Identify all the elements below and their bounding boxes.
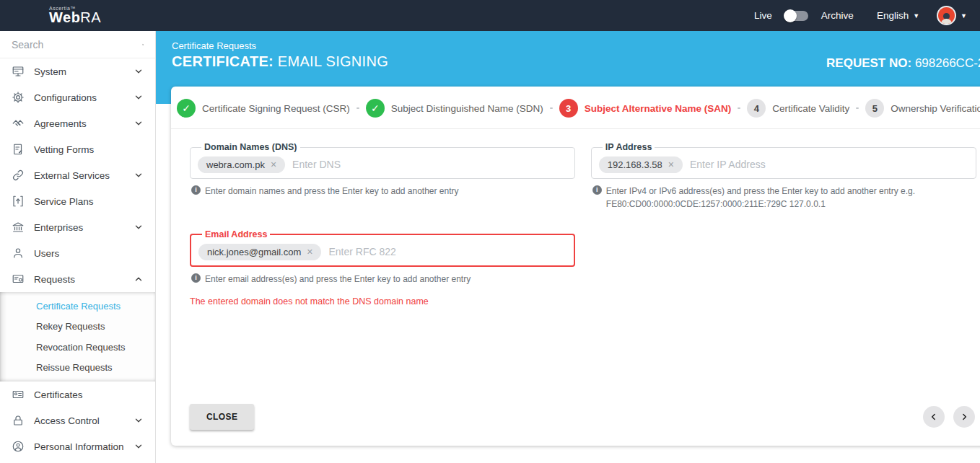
dns-fieldset[interactable]: Domain Names (DNS) webra.com.pk× <box>190 142 575 179</box>
previous-step-button[interactable] <box>923 406 945 428</box>
wizard-card: ✓ Certificate Signing Request (CSR) ✓ Su… <box>171 87 980 446</box>
info-icon: i <box>191 273 201 283</box>
sidebar-search[interactable] <box>0 31 155 58</box>
chip-value: webra.com.pk <box>206 159 265 170</box>
dns-helper: i Enter domain names and press the Enter… <box>191 185 575 198</box>
info-icon: i <box>191 185 201 195</box>
sidebar-item-users[interactable]: Users <box>0 240 155 266</box>
step-label: Subject Alternative Name (SAN) <box>585 103 732 114</box>
check-icon: ✓ <box>177 99 196 118</box>
san-form: Domain Names (DNS) webra.com.pk× i Enter… <box>171 129 980 307</box>
step-sdn[interactable]: ✓ Subject Distinguished Name (SDN) <box>366 99 543 118</box>
submenu-label: Rekey Requests <box>36 321 105 332</box>
step-separator <box>856 107 859 109</box>
lock-icon <box>12 414 25 427</box>
ip-field-group: IP Address 192.168.3.58× i Enter IPv4 or… <box>591 142 976 211</box>
step-separator <box>550 107 553 109</box>
sidebar-item-access-control[interactable]: Access Control <box>0 407 155 433</box>
chevron-up-icon <box>134 274 144 284</box>
person-circle-icon <box>12 440 25 453</box>
sidebar-item-external-services[interactable]: External Services <box>0 162 155 188</box>
sidebar-item-service-plans[interactable]: Service Plans <box>0 188 155 214</box>
handshake-icon <box>12 117 25 130</box>
ip-helper: i Enter IPv4 or IPv6 address(es) and pre… <box>592 185 976 211</box>
submenu-item-reissue-requests[interactable]: Reissue Requests <box>0 358 155 379</box>
request-card-icon <box>12 273 25 286</box>
close-button[interactable]: CLOSE <box>190 404 254 430</box>
sidebar-item-enterprises[interactable]: Enterprises <box>0 214 155 240</box>
helper-text: Enter IPv4 or IPv6 address(es) and press… <box>606 185 953 211</box>
link-icon <box>12 169 25 182</box>
email-input[interactable] <box>324 243 566 260</box>
ip-input[interactable] <box>686 156 968 173</box>
ip-fieldset[interactable]: IP Address 192.168.3.58× <box>591 142 976 179</box>
email-fieldset[interactable]: Email Address nick.jones@gmail.com× <box>190 229 575 267</box>
step-label: Subject Distinguished Name (SDN) <box>391 103 543 114</box>
search-input[interactable] <box>12 39 142 50</box>
ip-chip[interactable]: 192.168.3.58× <box>599 156 683 173</box>
breadcrumb: Certificate Requests <box>172 40 388 51</box>
toggle-knob[interactable] <box>784 9 797 22</box>
sidebar-item-label: Personal Information <box>34 441 124 452</box>
step-number: 4 <box>747 99 766 118</box>
submenu-label: Revocation Requests <box>36 342 126 353</box>
sidebar-item-label: Configurations <box>34 92 97 103</box>
sidebar-item-system[interactable]: System <box>0 58 155 84</box>
sidebar-item-label: Users <box>34 248 59 259</box>
email-helper: i Enter email address(es) and press the … <box>191 273 575 286</box>
step-csr[interactable]: ✓ Certificate Signing Request (CSR) <box>177 99 350 118</box>
submenu-item-rekey-requests[interactable]: Rekey Requests <box>0 317 155 338</box>
sidebar-item-agreements[interactable]: Agreements <box>0 110 155 136</box>
sidebar-item-certificates[interactable]: Certificates <box>0 382 155 407</box>
sidebar-item-personal-information[interactable]: Personal Information <box>0 433 155 459</box>
next-step-button[interactable] <box>953 406 975 428</box>
step-separator <box>738 107 740 109</box>
sidebar-item-label: Requests <box>34 274 75 285</box>
info-icon: i <box>592 185 602 195</box>
language-dropdown[interactable]: English ▼ <box>877 10 919 21</box>
user-icon <box>12 247 25 260</box>
step-validity[interactable]: 4 Certificate Validity <box>747 99 849 118</box>
user-menu[interactable]: ▼ <box>937 6 967 25</box>
top-navbar: Ascertia™ WebRA Live Archive English ▼ ▼ <box>0 0 980 31</box>
chevron-down-icon <box>134 222 144 232</box>
chevron-down-icon <box>134 66 144 76</box>
chip-remove-icon[interactable]: × <box>271 159 276 169</box>
step-label: Ownership Verification <box>891 103 980 114</box>
step-number: 3 <box>559 99 578 118</box>
sidebar-item-configurations[interactable]: Configurations <box>0 84 155 110</box>
chip-remove-icon[interactable]: × <box>668 159 674 169</box>
step-number: 5 <box>865 99 884 118</box>
sidebar-item-label: Agreements <box>34 118 87 129</box>
chevron-down-icon <box>134 170 144 180</box>
service-plan-icon <box>12 195 25 208</box>
chevron-right-icon <box>959 412 969 422</box>
submenu-label: Reissue Requests <box>36 362 113 373</box>
sidebar-item-label: Enterprises <box>34 222 83 233</box>
dns-chip[interactable]: webra.com.pk× <box>198 156 285 173</box>
step-ownership[interactable]: 5 Ownership Verification <box>865 99 980 118</box>
chip-remove-icon[interactable]: × <box>307 247 312 257</box>
avatar[interactable] <box>937 6 956 25</box>
sidebar-item-label: Certificates <box>34 389 83 400</box>
page-title: CERTIFICATE: EMAIL SIGNING <box>172 53 388 70</box>
step-label: Certificate Signing Request (CSR) <box>202 103 350 114</box>
ip-label: IP Address <box>603 142 655 152</box>
form-document-icon <box>12 143 25 156</box>
step-san[interactable]: 3 Subject Alternative Name (SAN) <box>559 99 732 118</box>
sidebar-item-requests[interactable]: Requests <box>0 266 155 292</box>
bank-icon <box>12 221 25 234</box>
main-content: Certificate Requests CERTIFICATE: EMAIL … <box>156 31 980 463</box>
submenu-item-revocation-requests[interactable]: Revocation Requests <box>0 337 155 358</box>
chevron-down-icon <box>134 441 144 451</box>
dns-input[interactable] <box>288 156 567 173</box>
email-chip[interactable]: nick.jones@gmail.com× <box>198 244 321 260</box>
app-logo[interactable]: Ascertia™ WebRA <box>0 6 156 25</box>
gear-icon <box>12 91 25 104</box>
live-archive-toggle[interactable] <box>785 11 808 21</box>
email-error-message: The entered domain does not match the DN… <box>190 296 575 307</box>
dns-field-group: Domain Names (DNS) webra.com.pk× i Enter… <box>190 142 575 198</box>
sidebar-item-label: Vetting Forms <box>34 144 94 155</box>
submenu-item-certificate-requests[interactable]: Certificate Requests <box>0 296 155 317</box>
sidebar-item-vetting-forms[interactable]: Vetting Forms <box>0 136 155 162</box>
